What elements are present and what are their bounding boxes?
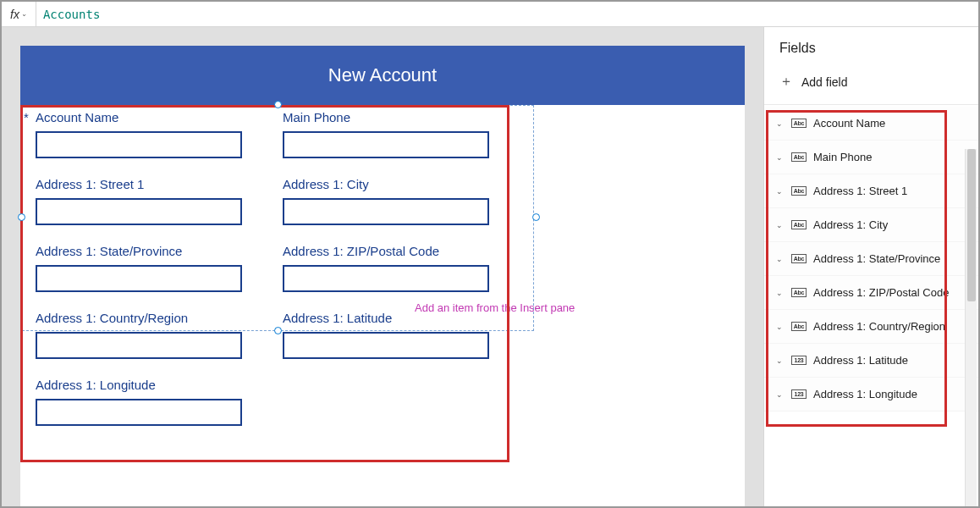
fx-text: fx: [10, 8, 19, 21]
field-item-main-phone[interactable]: ⌄ Abc Main Phone: [764, 141, 978, 174]
type-badge-text: Abc: [791, 220, 807, 229]
field-street1[interactable]: Address 1: Street 1: [36, 177, 242, 225]
fields-panel-title: Fields: [764, 27, 978, 68]
field-input[interactable]: [283, 265, 489, 292]
field-country[interactable]: Address 1: Country/Region: [36, 311, 242, 359]
chevron-down-icon: ⌄: [776, 221, 785, 229]
fields-panel: Fields ＋ Add field ⌄ Abc Account Name ⌄ …: [763, 27, 978, 506]
type-badge-text: Abc: [791, 322, 807, 331]
canvas-area: New Account Add an item from the Insert …: [2, 27, 763, 506]
field-item-label: Address 1: State/Province: [813, 252, 940, 265]
chevron-down-icon: ⌄: [776, 289, 785, 297]
main-area: New Account Add an item from the Insert …: [2, 27, 978, 506]
formula-input[interactable]: [36, 2, 970, 26]
type-badge-text: Abc: [791, 152, 807, 162]
field-label: Address 1: ZIP/Postal Code: [283, 244, 489, 258]
field-zip[interactable]: Address 1: ZIP/Postal Code: [283, 244, 489, 292]
field-item-label: Address 1: Latitude: [813, 354, 908, 367]
chevron-down-icon: ⌄: [776, 119, 785, 128]
field-label: Account Name: [36, 110, 242, 124]
chevron-down-icon: ⌄: [776, 153, 785, 162]
field-label: Address 1: Longitude: [36, 378, 242, 392]
resize-handle-left[interactable]: [18, 213, 25, 221]
plus-icon: ＋: [779, 73, 793, 91]
type-badge-text: Abc: [791, 288, 807, 297]
field-item-label: Address 1: City: [813, 218, 888, 231]
field-item-label: Address 1: Street 1: [813, 185, 907, 197]
resize-handle-bottom[interactable]: [274, 327, 282, 334]
chevron-down-icon: ⌄: [776, 356, 785, 365]
field-input[interactable]: [283, 131, 489, 158]
formula-bar: fx ⌄: [2, 2, 978, 27]
field-input[interactable]: [36, 198, 242, 225]
type-badge-number: 123: [791, 356, 807, 365]
scrollbar[interactable]: [965, 149, 977, 508]
field-item-label: Main Phone: [813, 151, 872, 163]
field-item-country[interactable]: ⌄ Abc Address 1: Country/Region: [764, 310, 978, 344]
field-item-label: Account Name: [813, 117, 885, 130]
field-item-account-name[interactable]: ⌄ Abc Account Name: [764, 107, 978, 141]
field-input[interactable]: [36, 399, 242, 426]
field-item-state[interactable]: ⌄ Abc Address 1: State/Province: [764, 242, 978, 276]
add-field-button[interactable]: ＋ Add field: [764, 68, 978, 105]
resize-handle-right[interactable]: [532, 213, 540, 221]
field-item-label: Address 1: Longitude: [813, 388, 917, 400]
required-star: *: [24, 110, 29, 124]
field-input[interactable]: [36, 265, 242, 292]
fx-label[interactable]: fx ⌄: [10, 8, 27, 21]
title-bar: New Account: [20, 46, 745, 105]
field-latitude[interactable]: Address 1: Latitude: [283, 311, 489, 359]
app-screen[interactable]: New Account Add an item from the Insert …: [20, 46, 745, 506]
add-field-label: Add field: [801, 75, 847, 89]
field-account-name[interactable]: * Account Name: [36, 110, 242, 158]
chevron-down-icon: ⌄: [776, 187, 785, 196]
chevron-down-icon: ⌄: [776, 390, 785, 399]
field-item-street1[interactable]: ⌄ Abc Address 1: Street 1: [764, 174, 978, 208]
field-input[interactable]: [36, 131, 242, 158]
field-item-longitude[interactable]: ⌄ 123 Address 1: Longitude: [764, 378, 978, 411]
field-label: Main Phone: [283, 110, 489, 124]
field-item-label: Address 1: ZIP/Postal Code: [813, 286, 949, 299]
field-item-latitude[interactable]: ⌄ 123 Address 1: Latitude: [764, 344, 978, 378]
type-badge-number: 123: [791, 389, 807, 399]
field-label: Address 1: State/Province: [36, 244, 242, 258]
chevron-down-icon: ⌄: [776, 323, 785, 331]
field-item-label: Address 1: Country/Region: [813, 320, 945, 333]
field-city[interactable]: Address 1: City: [283, 177, 489, 225]
chevron-down-icon: ⌄: [21, 10, 27, 18]
chevron-down-icon: ⌄: [776, 255, 785, 263]
resize-handle-top[interactable]: [274, 101, 282, 108]
field-input[interactable]: [36, 332, 242, 359]
form-grid: * Account Name Main Phone Address 1: Str…: [20, 105, 745, 450]
field-item-zip[interactable]: ⌄ Abc Address 1: ZIP/Postal Code: [764, 276, 978, 310]
field-input[interactable]: [283, 198, 489, 225]
field-list: ⌄ Abc Account Name ⌄ Abc Main Phone ⌄ Ab…: [764, 105, 978, 413]
field-input[interactable]: [283, 332, 489, 359]
type-badge-text: Abc: [791, 186, 807, 196]
scrollbar-thumb[interactable]: [967, 149, 976, 301]
field-label: Address 1: Street 1: [36, 177, 242, 191]
field-longitude[interactable]: Address 1: Longitude: [36, 378, 242, 426]
field-label: Address 1: Country/Region: [36, 311, 242, 325]
field-item-city[interactable]: ⌄ Abc Address 1: City: [764, 208, 978, 242]
type-badge-text: Abc: [791, 119, 807, 128]
insert-hint: Add an item from the Insert pane: [415, 301, 575, 314]
field-main-phone[interactable]: Main Phone: [283, 110, 489, 158]
field-label: Address 1: City: [283, 177, 489, 191]
form-container[interactable]: Add an item from the Insert pane * Accou…: [20, 105, 745, 450]
type-badge-text: Abc: [791, 254, 807, 263]
field-state[interactable]: Address 1: State/Province: [36, 244, 242, 292]
